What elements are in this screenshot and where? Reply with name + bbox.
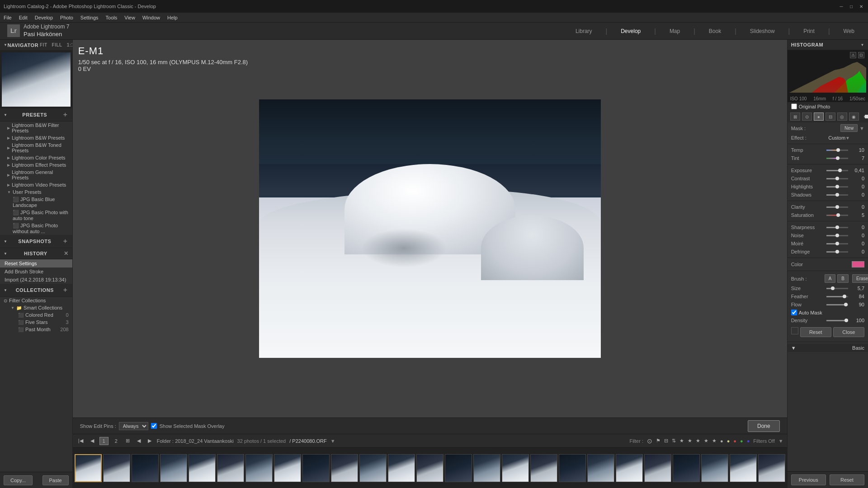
color-swatch[interactable] [852, 261, 864, 267]
menu-photo[interactable]: Photo [60, 15, 73, 20]
presets-add-button[interactable]: ＋ [62, 111, 69, 119]
menu-view[interactable]: View [124, 15, 135, 20]
film-thumb-17[interactable] [530, 454, 557, 482]
saturation-slider[interactable] [826, 215, 848, 216]
star-1[interactable]: ★ [679, 438, 684, 444]
tab-web[interactable]: Web [837, 25, 861, 37]
tab-map[interactable]: Map [663, 25, 686, 37]
collections-add-button[interactable]: ＋ [62, 286, 69, 294]
tab-book[interactable]: Book [703, 25, 727, 37]
history-item-reset[interactable]: Reset Settings [0, 259, 72, 267]
hist-clip-icon[interactable]: ⊡ [858, 52, 864, 58]
effect-dropdown[interactable]: ▼ [845, 136, 850, 141]
close-action-button[interactable]: Close [833, 327, 864, 337]
filter-grid-icon[interactable]: ⊟ [664, 438, 668, 444]
original-photo-checkbox[interactable] [791, 103, 797, 109]
star-2[interactable]: ★ [688, 438, 692, 444]
zoom-fit[interactable]: FIT [38, 42, 49, 48]
pins-select[interactable]: Always Auto Never [119, 422, 148, 430]
prev-btn[interactable]: ◀ [135, 437, 142, 445]
star-5[interactable]: ★ [712, 438, 717, 444]
tint-slider[interactable] [826, 158, 848, 159]
history-item-brush[interactable]: Add Brush Stroke [0, 267, 72, 276]
exposure-slider-hist[interactable] [864, 116, 865, 117]
film-thumb-21[interactable] [644, 454, 671, 482]
filter-sort-icon[interactable]: ⇅ [672, 438, 676, 444]
film-thumb-20[interactable] [616, 454, 643, 482]
film-thumb-19[interactable] [587, 454, 614, 482]
snapshots-header[interactable]: ▼ Snapshots ＋ [0, 235, 72, 248]
menu-edit[interactable]: Edit [19, 15, 28, 20]
brush-b-button[interactable]: B [837, 274, 849, 283]
film-thumb-5[interactable] [189, 454, 216, 482]
dropdown-arrow[interactable]: ▼ [330, 438, 335, 444]
film-thumb-24[interactable] [730, 454, 757, 482]
film-thumb-10[interactable] [331, 454, 358, 482]
paste-button[interactable]: Paste [42, 475, 69, 485]
preset-jpg-without[interactable]: ⬛ JPG Basic Photo without auto ... [0, 222, 72, 235]
linear-grad-tool[interactable]: ⊟ [826, 113, 835, 121]
clarity-slider[interactable] [826, 206, 848, 208]
tab-library[interactable]: Library [569, 25, 599, 37]
crop-tool[interactable]: ⊠ [790, 113, 800, 121]
film-thumb-11[interactable] [359, 454, 387, 482]
smart-collections-header[interactable]: ▼ 📁 Smart Collections [0, 304, 72, 311]
history-close-button[interactable]: ✕ [64, 250, 69, 257]
contrast-slider[interactable] [826, 178, 848, 179]
hist-warning-icon[interactable]: ⚠ [850, 52, 856, 58]
red-eye-tool[interactable]: ◉ [849, 113, 859, 121]
color-filter-yellow[interactable]: ● [727, 438, 730, 444]
color-filter-white[interactable]: ● [720, 438, 723, 444]
flow-slider[interactable] [826, 304, 848, 305]
filter-flag-icon[interactable]: ⚑ [656, 438, 660, 444]
effect-value[interactable]: Custom [828, 135, 845, 141]
auto-mask-checkbox[interactable] [791, 310, 797, 315]
preset-jpg-auto[interactable]: ⬛ JPG Basic Photo with auto tone [0, 209, 72, 222]
density-slider[interactable] [826, 320, 848, 321]
defringe-slider[interactable] [826, 251, 848, 253]
menu-develop[interactable]: Develop [35, 15, 53, 20]
mask-new-button[interactable]: New [840, 124, 858, 132]
collection-five-stars[interactable]: ⬛ Five Stars 3 [0, 319, 72, 326]
highlights-slider[interactable] [826, 186, 848, 188]
close-button[interactable]: ✕ [858, 3, 864, 9]
histogram-header[interactable]: HISTOGRAM ▼ [788, 40, 868, 50]
sharpness-slider[interactable] [826, 227, 848, 228]
reset-action-button[interactable]: Reset [800, 327, 831, 337]
feather-slider[interactable] [826, 296, 848, 297]
film-thumb-16[interactable] [502, 454, 529, 482]
film-thumb-7[interactable] [245, 454, 273, 482]
film-thumb-6[interactable] [217, 454, 244, 482]
history-header[interactable]: ▼ History ✕ [0, 248, 72, 259]
brush-tool[interactable]: ● [814, 113, 824, 121]
maximize-button[interactable]: □ [848, 3, 854, 9]
radial-grad-tool[interactable]: ◎ [837, 113, 847, 121]
preset-general[interactable]: ▶ Lightroom General Presets [0, 169, 72, 181]
page-number-2[interactable]: 2 [112, 437, 120, 445]
film-thumb-15[interactable] [473, 454, 500, 482]
preset-effect[interactable]: ▶ Lightroom Effect Presets [0, 161, 72, 169]
preset-bw-filter[interactable]: ▶ Lightroom B&W Filter Presets [0, 122, 72, 134]
mask-dropdown[interactable]: ▼ [859, 126, 864, 131]
exposure-slider[interactable] [826, 170, 848, 171]
star-4[interactable]: ★ [704, 438, 708, 444]
page-nav-prev[interactable]: ◀ [89, 437, 96, 445]
film-thumb-1[interactable] [75, 454, 102, 482]
film-thumb-13[interactable] [416, 454, 443, 482]
zoom-fill[interactable]: FILL [51, 42, 64, 48]
menu-settings[interactable]: Settings [80, 15, 99, 20]
previous-button[interactable]: Previous [791, 474, 826, 485]
tab-develop[interactable]: Develop [614, 25, 647, 37]
color-filter-blue[interactable]: ● [747, 438, 750, 444]
histogram-collapse[interactable]: ▼ [861, 43, 864, 47]
brush-a-button[interactable]: A [825, 274, 836, 283]
tab-slideshow[interactable]: Slideshow [744, 25, 781, 37]
star-3[interactable]: ★ [696, 438, 700, 444]
color-filter-red[interactable]: ● [733, 438, 736, 444]
zoom-1-1[interactable]: 1:1 [66, 42, 73, 48]
copy-button[interactable]: Copy... [4, 475, 33, 485]
noise-slider[interactable] [826, 235, 848, 236]
navigator-header[interactable]: ▼ NAVIGATOR FIT FILL 1:1 3:1 [0, 40, 72, 51]
grid-view-btn[interactable]: ⊞ [124, 437, 132, 445]
film-thumb-3[interactable] [132, 454, 159, 482]
